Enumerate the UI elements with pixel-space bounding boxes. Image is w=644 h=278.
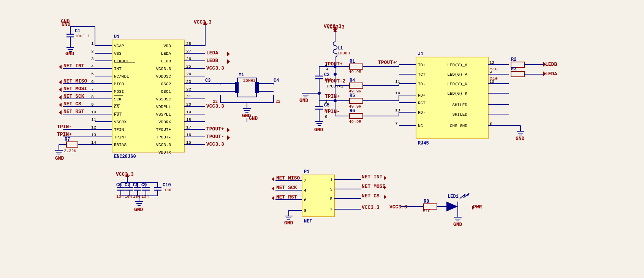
c5-ref: C5 bbox=[324, 103, 329, 108]
net-cs-label-u1: NET CS bbox=[63, 101, 81, 107]
leda-label-u1: LEDA bbox=[206, 50, 218, 56]
u1-pin23-num: 23 bbox=[186, 79, 191, 84]
l1-ref: L1 bbox=[337, 46, 343, 51]
u1-pin7-num: 7 bbox=[91, 87, 94, 92]
u1-pin10-num: 10 bbox=[91, 110, 96, 114]
c7-val: 104 bbox=[125, 194, 132, 199]
r1-val: 49.9R bbox=[349, 70, 361, 74]
vcc33-pin20: VCC3.3 bbox=[206, 103, 224, 109]
net-sck-label-u1: NET SCK bbox=[63, 94, 84, 99]
p1-pin6: 6 bbox=[304, 198, 307, 202]
u1-pin4-num: 4 bbox=[91, 64, 94, 69]
gnd-r7: GND bbox=[55, 156, 64, 161]
u1-ref: U1 bbox=[114, 34, 119, 40]
p1-pin7: 7 bbox=[330, 207, 332, 212]
net-rst-p1: NET RST bbox=[276, 194, 297, 200]
net-miso-label-u1: NET MISO bbox=[63, 78, 87, 84]
u1-pin4-label: INT bbox=[114, 67, 122, 71]
u1-pin25-label: VCC3.3 bbox=[156, 67, 171, 71]
gnd-j1: GND bbox=[516, 136, 525, 141]
u1-pin18-label: VDDRX bbox=[158, 120, 171, 124]
led1-ref: LED1 bbox=[448, 194, 459, 199]
u1-pin21-num: 21 bbox=[186, 95, 191, 99]
u1-pin-vddtx: VDDTX bbox=[158, 150, 171, 155]
c6-val: 104 bbox=[116, 194, 124, 199]
r6-val: 49.9R bbox=[349, 119, 361, 124]
c7-ref: C7 bbox=[125, 183, 130, 188]
p1-pin1: 1 bbox=[330, 178, 332, 182]
j1-rd-plus: RD+ bbox=[418, 93, 426, 98]
tpout-plus-pin4: TPOUT+ bbox=[378, 60, 396, 65]
j1-pin7-num: 7 bbox=[395, 121, 398, 126]
p1-val: NET bbox=[304, 219, 312, 224]
j1-shiled1: SHILED bbox=[452, 103, 467, 107]
r8-val: 510 bbox=[423, 209, 430, 213]
j1-ref: J1 bbox=[418, 51, 423, 57]
tpin-minus-right: TPIN- bbox=[325, 109, 340, 114]
j1-chs-gnd: CHS GND bbox=[450, 124, 468, 128]
u1-pin15-num: 15 bbox=[186, 140, 191, 145]
u1-pin8-num: 8 bbox=[91, 95, 94, 99]
gnd-mid: GND bbox=[299, 98, 309, 103]
vcc33-decoup: VCC3.3 bbox=[116, 172, 134, 177]
pwr-label: PWR bbox=[473, 204, 482, 210]
u1-pin15-label: VCC3.3 bbox=[156, 143, 171, 147]
c6-ref: C6 bbox=[116, 183, 122, 188]
c1-value: 10uF 1 bbox=[75, 34, 90, 38]
u1-pin20-label: VDDPLL bbox=[156, 105, 171, 109]
u1-pin26-num: 26 bbox=[186, 57, 191, 61]
svg-rect-121 bbox=[350, 83, 363, 88]
u1-pin16-num: 16 bbox=[186, 133, 191, 137]
u1-pin1-num: 1 bbox=[91, 41, 94, 46]
vcc33-l1-label: VCC3.3 bbox=[324, 24, 342, 29]
u1-pin2-num: 2 bbox=[91, 49, 94, 54]
j1-pin12-num: 12 bbox=[489, 60, 494, 65]
tpout-plus-u1: TPOUT+ bbox=[206, 126, 224, 132]
j1-ledy-a: LED(Y)_A bbox=[447, 63, 467, 67]
u1-pin27-label: LEDA bbox=[161, 51, 171, 56]
u1-pin6-num: 6 bbox=[91, 79, 94, 84]
c3-ref: C3 bbox=[205, 78, 210, 83]
svg-rect-124 bbox=[350, 98, 363, 103]
svg-rect-65 bbox=[255, 82, 259, 93]
c9-val: 104 bbox=[141, 194, 149, 199]
c3-val: 22 bbox=[213, 99, 218, 104]
u1-pin7-label: MOSI bbox=[114, 89, 124, 94]
u1-pin26-label: LEDB bbox=[161, 59, 171, 64]
c4-val: 22 bbox=[275, 99, 280, 104]
u1-pin3-num: 3 bbox=[91, 57, 94, 61]
u1-pin5-label: NC/WDL bbox=[114, 74, 129, 79]
u1-pin27-num: 27 bbox=[186, 49, 191, 54]
u1-pin10-label: RST bbox=[114, 112, 122, 117]
u1-pin13-num: 13 bbox=[91, 133, 96, 137]
p1-pin3: 3 bbox=[330, 187, 332, 192]
tpin-plus-label: TPIN+ bbox=[57, 132, 72, 137]
vcc33-pin15: VCC3.3 bbox=[206, 141, 224, 147]
u1-pin9-label: CS bbox=[114, 105, 119, 109]
u1-pin16-label: TPOUT- bbox=[156, 135, 171, 140]
r6-pin-num: 6 bbox=[325, 114, 328, 119]
r2-val: 510 bbox=[490, 67, 498, 71]
net-rst-label-u1: NET RST bbox=[63, 109, 84, 114]
u1-pin11-label: VSSRX bbox=[114, 120, 127, 124]
u1-pin22-num: 22 bbox=[186, 87, 191, 92]
j1-rct: RCT bbox=[418, 101, 426, 105]
j1-pin10-num: 10 bbox=[489, 79, 494, 84]
r1-ref: R1 bbox=[350, 59, 355, 64]
svg-rect-196 bbox=[424, 204, 437, 209]
u1-pin9-num: 9 bbox=[91, 102, 94, 107]
r4-ref: R4 bbox=[350, 78, 355, 83]
u1-pin22-label: OSC1 bbox=[161, 89, 171, 94]
j1-rd-minus: RD- bbox=[418, 110, 426, 115]
r6-ref: R6 bbox=[350, 108, 355, 114]
vcc33-pin25: VCC3.3 bbox=[206, 65, 224, 71]
c9-ref: C9 bbox=[141, 183, 147, 188]
u1-pin5-num: 5 bbox=[91, 72, 94, 76]
svg-rect-176 bbox=[302, 175, 334, 217]
r7-ref: R7 bbox=[65, 137, 70, 142]
net-mosi-label-u1: NET MOSI bbox=[63, 86, 87, 92]
u1-pin24-num: 24 bbox=[186, 72, 191, 76]
pin4-label-r1: 4 bbox=[326, 67, 329, 71]
c10-ref: C10 bbox=[163, 183, 171, 188]
r7-value: 2.32K bbox=[64, 149, 76, 153]
